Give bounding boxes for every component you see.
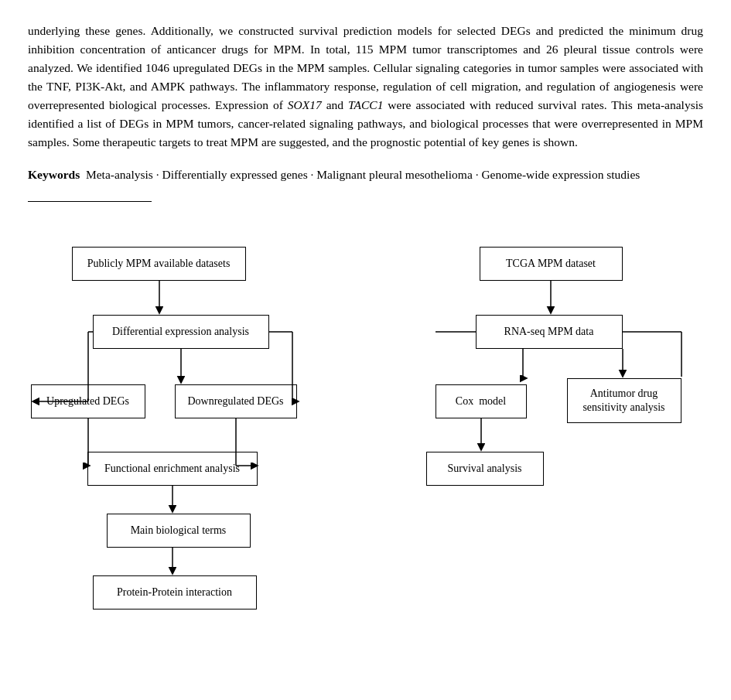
abstract-paragraph: underlying these genes. Additionally, we… — [28, 22, 703, 152]
box-survival: Survival analysis — [426, 452, 544, 486]
box-functional: Functional enrichment analysis — [87, 452, 258, 486]
keywords-text: Meta-analysis · Differentially expressed… — [86, 168, 640, 181]
box-mainbio: Main biological terms — [107, 514, 251, 548]
keywords-section: Keywords Meta-analysis · Differentially … — [28, 166, 703, 184]
italic-tacc1: TACC1 — [348, 98, 383, 111]
box-antitumor: Antitumor drugsensitivity analysis — [567, 378, 681, 423]
italic-sox17: SOX17 — [288, 98, 322, 111]
box-upregulated: Upregulated DEGs — [31, 384, 145, 418]
box-publicly: Publicly MPM available datasets — [72, 247, 246, 281]
box-downregulated: Downregulated DEGs — [175, 384, 297, 418]
box-rnaseq: RNA-seq MPM data — [476, 315, 623, 349]
section-divider — [28, 201, 152, 202]
box-ppi: Protein-Protein interaction — [93, 575, 257, 610]
box-diffexp: Differential expression analysis — [93, 315, 269, 349]
flowchart: Publicly MPM available datasets TCGA MPM… — [29, 224, 702, 525]
box-cox: Cox model — [436, 384, 527, 418]
abstract-text: underlying these genes. Additionally, we… — [28, 22, 703, 152]
keywords-label: Keywords — [28, 168, 80, 181]
box-tcga: TCGA MPM dataset — [480, 247, 623, 281]
